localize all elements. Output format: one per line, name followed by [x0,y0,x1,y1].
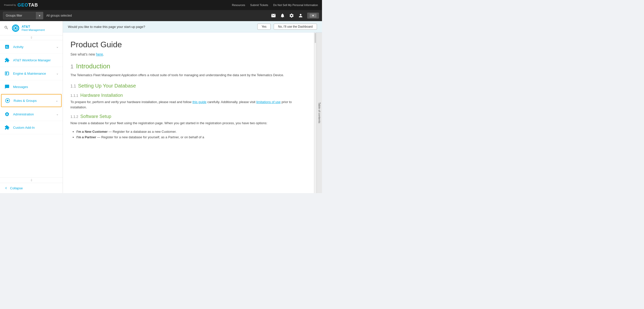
section-1-1-1-para: To prepare for, perform and verify your … [70,100,304,110]
filter-bar-right: ▼ [271,13,319,19]
sidebar-item-rules-groups[interactable]: Rules & Groups ⌄ [1,94,62,107]
sidebar: AT&T Fleet Management ⇧ Activity ⌄ AT&T [0,21,63,193]
section-1-1-2-num: 1.1.2 [70,115,78,119]
main-layout: AT&T Fleet Management ⇧ Activity ⌄ AT&T [0,21,322,193]
top-bar-links: Resources Submit Tickets Do Not Sell My … [232,4,318,7]
section-1-1-2-para: Now create a database for your fleet usi… [70,121,304,126]
filter-bar: Groups filter ▼ All groups selected ▼ [0,10,322,21]
sidebar-item-workforce-label: AT&T Workforce Manager [13,58,59,62]
brand-logo: AT&T Fleet Management [12,24,45,32]
no-dashboard-button[interactable]: No, I'll use the Dashboard [274,24,317,30]
logo-area: Powered by GEOTAB [4,3,38,8]
administration-icon [4,111,10,117]
svg-point-5 [7,100,9,102]
sidebar-item-administration-label: Administration [13,112,56,116]
doc-area: Product Guide See what's new here. 1 Int… [63,32,322,193]
rules-chevron: ⌄ [56,99,58,102]
workforce-icon [4,57,10,63]
groups-filter-label: Groups filter [3,14,36,17]
startup-question: Would you like to make this page your st… [68,25,254,29]
section-1-1-1-title: Hardware Installation [80,93,123,98]
mail-icon [271,13,276,18]
section-1-1-2-title: Software Setup [80,114,111,119]
sidebar-item-workforce[interactable]: AT&T Workforce Manager [0,54,63,67]
section-1-1-1-num: 1.1.1 [70,94,78,98]
scroll-down-indicator: ⇩ [0,178,63,183]
list-item: I'm a Partner — Register for a new datab… [76,135,304,140]
doc-title: Product Guide [70,40,304,49]
sidebar-item-rules-groups-label: Rules & Groups [14,99,56,103]
engine-chevron: ⌄ [56,72,59,75]
all-groups-text: All groups selected [46,14,72,17]
sidebar-item-messages[interactable]: Messages [0,80,63,94]
resources-link[interactable]: Resources [232,4,245,7]
messages-icon [4,84,10,90]
activity-chevron: ⌄ [56,45,59,49]
here-link[interactable]: here [96,52,103,56]
groups-filter-arrow[interactable]: ▼ [36,12,43,19]
section-1-1-2-heading: 1.1.2 Software Setup [70,114,304,119]
section-1-num: 1 [70,63,73,70]
custom-add-in-icon [4,124,10,130]
section-1-heading: 1 Introduction [70,62,304,70]
search-icon[interactable] [4,25,9,31]
collapse-label: Collapse [10,186,23,190]
sidebar-item-activity[interactable]: Activity ⌄ [0,40,63,54]
user-name-label: ▼ [310,14,316,18]
sidebar-item-custom-add-in[interactable]: Custom Add-In [0,121,63,134]
toc-tab[interactable]: Table of contents [316,32,322,193]
admin-chevron: ⌄ [56,112,59,116]
user-icon [298,13,303,18]
doc-subtitle: See what's new here. [70,52,304,56]
section-1-1-heading: 1.1 Setting Up Your Database [70,83,304,89]
scrollbar-thumb[interactable] [315,33,316,43]
brand-text: AT&T Fleet Management [22,25,45,32]
sidebar-item-engine-label: Engine & Maintenance [13,72,56,75]
user-icon-btn[interactable] [298,13,303,18]
section-1-para: The Telematics Fleet Management Applicat… [70,73,304,78]
section-1-title: Introduction [76,62,110,70]
brand-sub: Fleet Management [22,28,45,32]
bell-icon-btn[interactable] [280,13,285,18]
section-1-1-1-heading: 1.1.1 Hardware Installation [70,93,304,98]
scrollbar-area [314,32,316,193]
doc-content[interactable]: Product Guide See what's new here. 1 Int… [63,32,314,193]
gear-icon [289,13,294,18]
activity-icon [4,44,10,50]
sidebar-item-activity-label: Activity [13,45,56,49]
list-item: I'm a New Customer — Register for a data… [76,129,304,135]
engine-icon [4,70,10,76]
startup-banner: Would you like to make this page your st… [63,21,322,32]
svg-point-0 [12,25,19,32]
submit-tickets-link[interactable]: Submit Tickets [250,4,268,7]
mail-icon-btn[interactable] [271,13,276,18]
top-bar: Powered by GEOTAB Resources Submit Ticke… [0,0,322,10]
limitations-link[interactable]: limitations of use [256,100,281,104]
att-logo [12,24,20,32]
sidebar-item-administration[interactable]: Administration ⌄ [0,108,63,121]
sidebar-item-engine[interactable]: Engine & Maintenance ⌄ [0,67,63,80]
sidebar-header: AT&T Fleet Management [0,21,63,35]
powered-by-text: Powered by [4,4,16,7]
groups-filter-dropdown[interactable]: Groups filter ▼ [3,12,43,19]
section-1-1-num: 1.1 [70,84,76,89]
sidebar-nav: Activity ⌄ AT&T Workforce Manager Engine… [0,40,63,178]
do-not-sell-link[interactable]: Do Not Sell My Personal Information [273,4,318,7]
sidebar-item-custom-add-in-label: Custom Add-In [13,126,59,129]
brand-name: AT&T [22,25,45,29]
this-guide-link[interactable]: this guide [192,100,207,104]
geotab-logo: GEOTAB [18,3,38,8]
gear-icon-btn[interactable] [289,13,294,18]
section-1-1-2-list: I'm a New Customer — Register for a data… [76,129,304,140]
yes-button[interactable]: Yes [257,24,271,30]
collapse-icon [4,186,8,190]
section-1-1-title: Setting Up Your Database [78,83,136,89]
sidebar-item-messages-label: Messages [13,85,59,89]
content-area: Would you like to make this page your st… [63,21,322,193]
bell-icon [280,13,285,18]
collapse-btn[interactable]: Collapse [0,183,63,193]
rules-icon [5,98,11,104]
user-dropdown-btn[interactable]: ▼ [307,13,319,19]
